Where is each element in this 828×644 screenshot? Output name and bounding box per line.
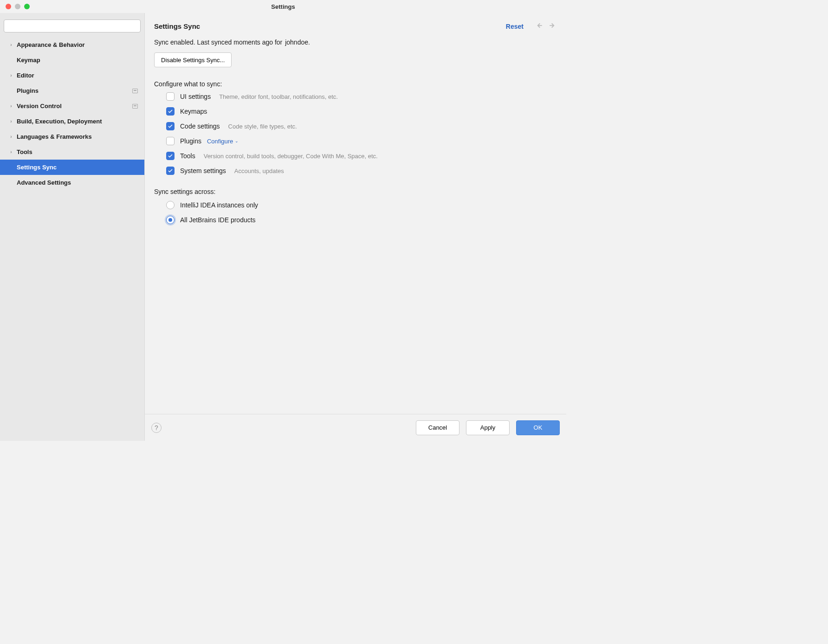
checkbox-tools[interactable]	[166, 152, 175, 160]
sync-across-group: IntelliJ IDEA instances only All JetBrai…	[154, 201, 557, 224]
sidebar-item-label: Keymap	[17, 57, 40, 64]
sync-item-label: Code settings	[180, 122, 220, 130]
configure-label: Configure what to sync:	[154, 80, 557, 88]
body: ▾ › Appearance & Behavior Keymap › Edito…	[0, 13, 566, 441]
ok-button[interactable]: OK	[516, 420, 560, 435]
settings-window: Settings ▾ › Appearance & Behavior	[0, 0, 566, 441]
checkbox-system-settings[interactable]	[166, 167, 175, 175]
sidebar-item-languages-frameworks[interactable]: › Languages & Frameworks	[0, 129, 144, 144]
sidebar-item-label: Languages & Frameworks	[17, 133, 92, 140]
radio-label: All JetBrains IDE products	[180, 216, 256, 224]
content-area: Sync enabled. Last synced moments ago fo…	[145, 35, 566, 414]
sync-item-tools: Tools Version control, build tools, debu…	[166, 152, 557, 160]
sync-item-hint: Theme, editor font, toolbar, notificatio…	[219, 93, 338, 100]
button-label: Cancel	[428, 424, 447, 431]
button-label: Apply	[480, 424, 496, 431]
sidebar-item-label: Editor	[17, 72, 34, 79]
sidebar-item-label: Appearance & Behavior	[17, 41, 85, 48]
project-settings-indicator-icon	[132, 89, 138, 93]
forward-arrow-icon[interactable]	[549, 21, 557, 31]
sidebar-item-label: Plugins	[17, 87, 39, 94]
sync-item-system-settings: System settings Accounts, updates	[166, 167, 557, 175]
checkbox-plugins[interactable]	[166, 137, 175, 145]
sidebar-item-tools[interactable]: › Tools	[0, 144, 144, 160]
configure-link-label: Configure	[207, 138, 233, 145]
window-title: Settings	[0, 3, 566, 10]
button-label: OK	[534, 424, 543, 431]
sidebar-item-label: Advanced Settings	[17, 179, 71, 186]
sync-item-label: System settings	[180, 167, 226, 174]
cancel-button[interactable]: Cancel	[416, 420, 459, 435]
sidebar-item-label: Version Control	[17, 103, 62, 109]
chevron-right-icon: ›	[8, 134, 14, 139]
configure-plugins-link[interactable]: Configure ⌄	[207, 138, 239, 145]
close-window-button[interactable]	[6, 4, 11, 9]
chevron-right-icon: ›	[8, 103, 14, 109]
sidebar-item-build-execution-deployment[interactable]: › Build, Execution, Deployment	[0, 114, 144, 129]
search-input[interactable]	[4, 19, 141, 32]
titlebar: Settings	[0, 0, 566, 13]
chevron-right-icon: ›	[8, 119, 14, 124]
sidebar-item-plugins[interactable]: Plugins	[0, 83, 144, 98]
chevron-down-icon: ⌄	[235, 139, 239, 143]
radio-all-jetbrains[interactable]	[166, 216, 175, 224]
sync-item-label: Tools	[180, 152, 195, 160]
page-title: Settings Sync	[154, 22, 498, 30]
checkbox-code-settings[interactable]	[166, 122, 175, 130]
sidebar-item-keymap[interactable]: Keymap	[0, 52, 144, 68]
sync-across-intellij-only: IntelliJ IDEA instances only	[166, 201, 557, 209]
chevron-right-icon: ›	[8, 73, 14, 78]
nav-tree: › Appearance & Behavior Keymap › Editor …	[0, 37, 144, 190]
sidebar-item-appearance-behavior[interactable]: › Appearance & Behavior	[0, 37, 144, 52]
chevron-right-icon: ›	[8, 42, 14, 47]
sync-item-hint: Code style, file types, etc.	[228, 123, 297, 130]
checkbox-keymaps[interactable]	[166, 107, 175, 116]
sync-item-keymaps: Keymaps	[166, 107, 557, 116]
button-label: Disable Settings Sync...	[161, 57, 225, 64]
sync-item-ui-settings: UI settings Theme, editor font, toolbar,…	[166, 92, 557, 101]
checkbox-ui-settings[interactable]	[166, 92, 175, 101]
sync-status: Sync enabled. Last synced moments ago fo…	[154, 39, 557, 46]
main-header: Settings Sync Reset	[145, 13, 566, 35]
sync-user: johndoe	[285, 39, 308, 46]
sync-across-all-jetbrains: All JetBrains IDE products	[166, 216, 557, 224]
sync-item-hint: Version control, build tools, debugger, …	[204, 153, 378, 160]
sync-item-label: UI settings	[180, 93, 211, 100]
sync-item-label: Plugins	[180, 137, 201, 145]
footer: ? Cancel Apply OK	[145, 414, 566, 441]
sidebar: ▾ › Appearance & Behavior Keymap › Edito…	[0, 13, 145, 441]
sync-item-hint: Accounts, updates	[234, 167, 284, 174]
sync-status-text: Sync enabled. Last synced moments ago fo…	[154, 39, 282, 46]
sync-item-code-settings: Code settings Code style, file types, et…	[166, 122, 557, 130]
main-panel: Settings Sync Reset Sync enabled. Last s…	[145, 13, 566, 441]
reset-link[interactable]: Reset	[506, 23, 524, 30]
project-settings-indicator-icon	[132, 104, 138, 109]
minimize-window-button[interactable]	[15, 4, 20, 9]
sync-item-label: Keymaps	[180, 108, 207, 115]
sidebar-item-label: Settings Sync	[17, 164, 57, 171]
maximize-window-button[interactable]	[24, 4, 30, 9]
sidebar-item-label: Build, Execution, Deployment	[17, 118, 102, 125]
radio-label: IntelliJ IDEA instances only	[180, 201, 258, 209]
chevron-right-icon: ›	[8, 149, 14, 155]
apply-button[interactable]: Apply	[466, 420, 510, 435]
help-button[interactable]: ?	[151, 423, 162, 433]
sidebar-item-advanced-settings[interactable]: Advanced Settings	[0, 175, 144, 190]
sync-item-plugins: Plugins Configure ⌄	[166, 137, 557, 145]
sidebar-item-version-control[interactable]: › Version Control	[0, 98, 144, 114]
traffic-lights	[6, 4, 30, 9]
sidebar-item-editor[interactable]: › Editor	[0, 68, 144, 83]
sidebar-item-label: Tools	[17, 148, 32, 155]
radio-intellij-only[interactable]	[166, 201, 175, 209]
sidebar-item-settings-sync[interactable]: Settings Sync	[0, 160, 144, 175]
sync-items-list: UI settings Theme, editor font, toolbar,…	[154, 92, 557, 175]
disable-sync-button[interactable]: Disable Settings Sync...	[154, 52, 232, 67]
across-label: Sync settings across:	[154, 188, 557, 195]
back-arrow-icon[interactable]	[535, 21, 543, 31]
